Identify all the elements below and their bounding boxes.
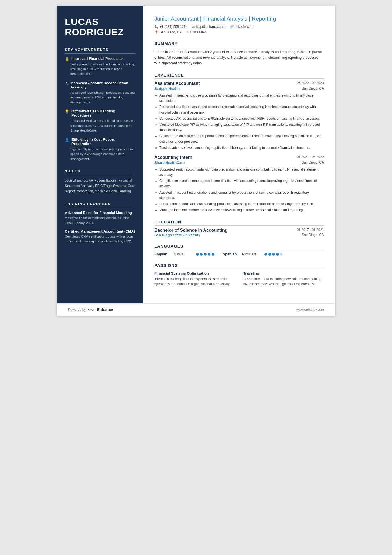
- extra-field-contact: ☆ Extra Field: [186, 30, 206, 34]
- dot-1: [264, 253, 267, 256]
- training-desc-1: Mastered financial modeling techniques u…: [65, 216, 135, 225]
- title-part-3: Reporting: [252, 16, 276, 22]
- training-item-1: Advanced Excel for Financial Modeling Ma…: [65, 211, 135, 225]
- languages-section: LANGUAGES English Native: [154, 244, 324, 256]
- passion-1-desc: Interest in evolving financial systems t…: [154, 277, 235, 287]
- job-title-header: Junior Accountant | Financial Analysis |…: [154, 16, 324, 22]
- summary-section: SUMMARY Enthusiastic Junior Accountant w…: [154, 41, 324, 66]
- skills-title: SKILLS: [65, 169, 135, 175]
- location-row: 📍 San Diego, CA ☆ Extra Field: [154, 30, 324, 34]
- job-2-title: Accounting Intern: [154, 155, 192, 160]
- list-item: Conducted AR reconciliations to EPIC/Eag…: [159, 116, 324, 121]
- lang-level-spanish: Proficient: [242, 252, 262, 256]
- training-item-2: Certified Management Accountant (CMA) Co…: [65, 229, 135, 244]
- location-text: San Diego, CA: [160, 30, 182, 34]
- edu-1-header: Bachelor of Science in Accounting 01/201…: [154, 228, 324, 233]
- job-1-header: Assistant Accountant 06/2022 - 09/2023: [154, 81, 324, 86]
- training-title-2: Certified Management Accountant (CMA): [65, 229, 135, 233]
- page-title: Junior Accountant | Financial Analysis |…: [154, 16, 324, 34]
- lang-level-english: Native: [174, 252, 193, 256]
- trophy-icon: 🏆: [65, 109, 69, 114]
- languages-title: LANGUAGES: [154, 244, 324, 250]
- extra-field-text: Extra Field: [190, 30, 206, 34]
- achievement-item-3: 🏆 Optimized Cash Handling Procedures Enh…: [65, 109, 135, 133]
- education-section: EDUCATION Bachelor of Science in Account…: [154, 219, 324, 237]
- job-2-company: Sharp HealthCare: [154, 161, 185, 165]
- education-title: EDUCATION: [154, 219, 324, 226]
- job-1: Assistant Accountant 06/2022 - 09/2023 S…: [154, 81, 324, 151]
- candidate-name: LUCAS RODRIGUEZ: [65, 17, 135, 38]
- title-part-2: Financial Analysis: [203, 16, 247, 22]
- achievement-item-1: 🔒 Improved Financial Processes Led a pro…: [65, 56, 135, 77]
- job-1-bullets: Assisted in month-end close processes by…: [154, 93, 324, 151]
- experience-title: EXPERIENCE: [154, 73, 324, 79]
- lang-name-english: English: [154, 252, 171, 256]
- powered-by-text: Powered by: [68, 308, 86, 312]
- first-name: LUCAS: [65, 16, 99, 27]
- job-2-company-row: Sharp HealthCare San Diego, CA: [154, 161, 324, 165]
- email-contact: ✉ help@enhancv.com: [192, 25, 225, 29]
- person-icon: 👤: [65, 138, 69, 142]
- edu-1-location: San Diego, CA: [302, 233, 324, 237]
- dot-3: [272, 253, 275, 256]
- list-item: Compiled cost and income reports in coor…: [159, 178, 324, 189]
- passions-title: PASSIONS: [154, 263, 324, 269]
- email-address: help@enhancv.com: [196, 25, 225, 29]
- job-1-dates: 06/2022 - 09/2023: [297, 81, 324, 85]
- job-2-header: Accounting Intern 01/2021 - 05/2022: [154, 155, 324, 160]
- title-part-1: Junior Accountant: [154, 16, 199, 22]
- dot-2: [268, 253, 271, 256]
- passions-section: PASSIONS Financial Systems Optimization …: [154, 263, 324, 287]
- list-item: Collaborated on cost report preparation …: [159, 134, 324, 144]
- passion-2-title: Traveling: [243, 271, 324, 275]
- edu-1-school-row: San Diego State University San Diego, CA: [154, 233, 324, 237]
- achievement-desc-4: Significantly improved cost report prepa…: [65, 147, 135, 161]
- key-achievements-title: KEY ACHIEVEMENTS: [65, 48, 135, 54]
- achievement-desc-2: Revamped reconciliation processes, boost…: [65, 90, 135, 105]
- achievement-title-1: 🔒 Improved Financial Processes: [65, 56, 135, 61]
- footer-right: www.enhancv.com: [296, 308, 324, 312]
- footer-left: Powered by Enhancv: [68, 307, 113, 312]
- dot-1: [196, 253, 199, 256]
- passion-1-title: Financial Systems Optimization: [154, 271, 235, 275]
- list-item: Supported senior accountants with data p…: [159, 167, 324, 177]
- last-name: RODRIGUEZ: [65, 27, 124, 37]
- job-1-title: Assistant Accountant: [154, 81, 200, 86]
- list-item: Performed detailed revenue and accounts …: [159, 104, 324, 115]
- sidebar: LUCAS RODRIGUEZ KEY ACHIEVEMENTS 🔒 Impro…: [57, 6, 143, 303]
- edu-item-1: Bachelor of Science in Accounting 01/201…: [154, 228, 324, 237]
- dot-5: [280, 253, 283, 256]
- achievement-title-4: 👤 Efficiency in Cost Report Preparation: [65, 137, 135, 146]
- job-2: Accounting Intern 01/2021 - 05/2022 Shar…: [154, 155, 324, 213]
- phone-contact: 📞 +1-(234)-555-1234: [154, 25, 187, 29]
- summary-text: Enthusiastic Junior Accountant with 2 ye…: [154, 49, 324, 66]
- achievement-desc-3: Enhanced Medicaid cash handling processe…: [65, 119, 135, 133]
- passions-grid: Financial Systems Optimization Interest …: [154, 271, 324, 287]
- contact-row: 📞 +1-(234)-555-1234 ✉ help@enhancv.com 🔗…: [154, 25, 324, 29]
- achievement-item-2: ☆ Increased Account Reconciliation Accur…: [65, 81, 135, 105]
- footer-website: www.enhancv.com: [296, 308, 324, 312]
- location-icon: 📍: [154, 30, 158, 34]
- achievement-title-2: ☆ Increased Account Reconciliation Accur…: [65, 81, 135, 89]
- training-title-1: Advanced Excel for Financial Modeling: [65, 211, 135, 215]
- passion-2: Traveling Passionate about exploring new…: [243, 271, 324, 287]
- lang-name-spanish: Spanish: [223, 252, 239, 256]
- job-1-company-row: Scripps Health San Diego, CA: [154, 87, 324, 91]
- footer: Powered by Enhancv www.enhancv.com: [57, 303, 335, 316]
- job-2-location: San Diego, CA: [302, 161, 324, 165]
- location-contact: 📍 San Diego, CA: [154, 30, 182, 34]
- email-icon: ✉: [192, 25, 195, 29]
- job-1-location: San Diego, CA: [302, 87, 324, 91]
- list-item: Assisted in month-end close processes by…: [159, 93, 324, 103]
- job-2-bullets: Supported senior accountants with data p…: [154, 167, 324, 213]
- edu-1-dates: 01/2017 - 01/2021: [297, 228, 324, 233]
- lang-dots-spanish: [264, 253, 283, 256]
- experience-section: EXPERIENCE Assistant Accountant 06/2022 …: [154, 73, 324, 213]
- training-title: TRAINING / COURSES: [65, 202, 135, 208]
- dot-4: [208, 253, 210, 256]
- passion-2-desc: Passionate about exploring new cultures …: [243, 277, 324, 287]
- job-1-company: Scripps Health: [154, 87, 180, 91]
- language-spanish: Spanish Proficient: [223, 252, 283, 256]
- dot-2: [200, 253, 203, 256]
- resume-page: LUCAS RODRIGUEZ KEY ACHIEVEMENTS 🔒 Impro…: [57, 6, 335, 316]
